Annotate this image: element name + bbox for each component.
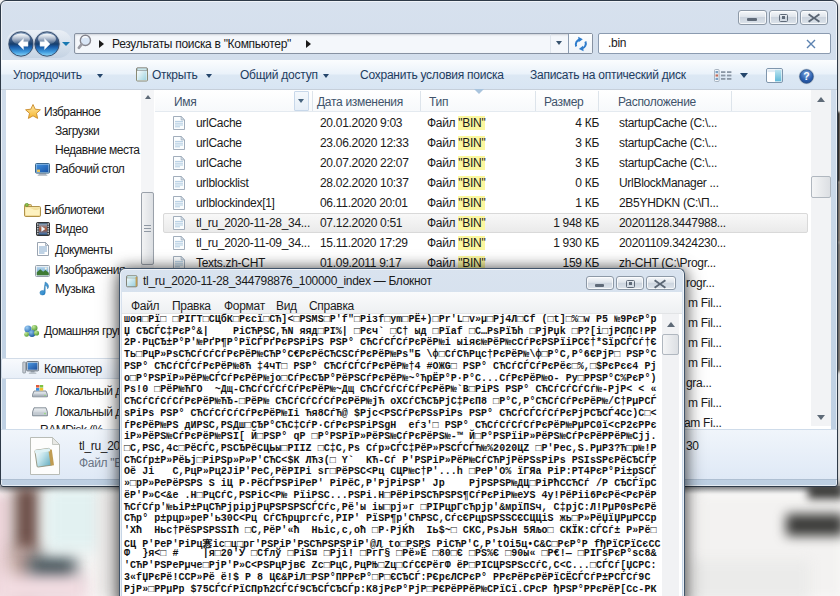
svg-text:?: ? bbox=[803, 70, 809, 82]
